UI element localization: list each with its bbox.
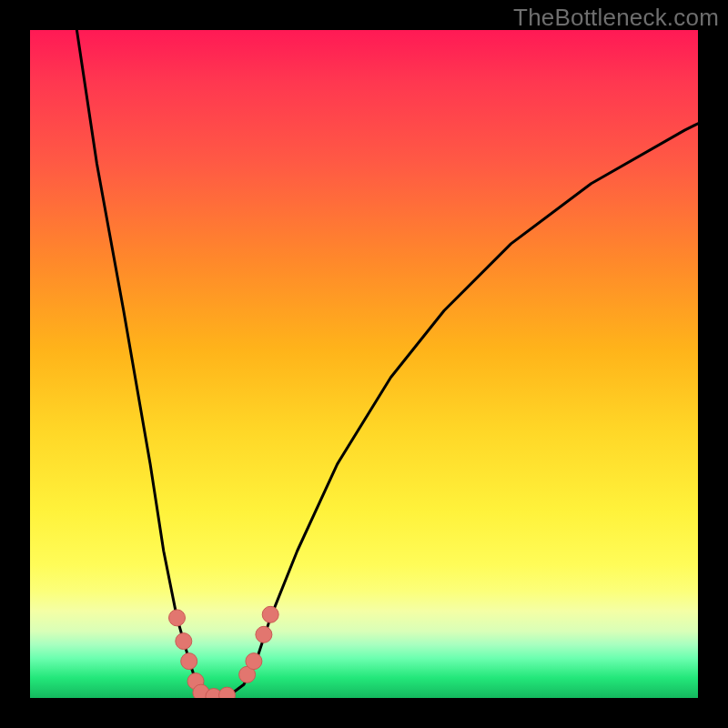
curve-dot: [246, 653, 262, 670]
curve-dot: [181, 653, 197, 670]
curve-dot: [176, 633, 192, 650]
watermark-text: TheBottleneck.com: [513, 4, 719, 32]
plot-area: [30, 30, 698, 698]
curve-dot: [169, 610, 186, 626]
curve-dot: [262, 606, 278, 622]
curve-dot: [256, 626, 272, 642]
curve-dots: [169, 606, 279, 698]
curve-svg: [30, 30, 698, 698]
chart-frame: TheBottleneck.com: [0, 0, 728, 728]
bottleneck-curve: [76, 30, 698, 698]
curve-dot: [219, 687, 236, 698]
